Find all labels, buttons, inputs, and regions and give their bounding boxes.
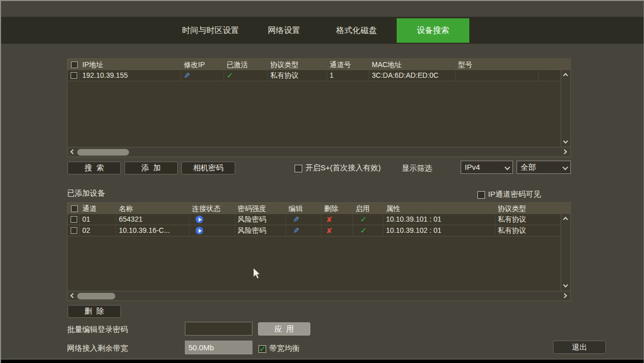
splus-label: 开启S+(首次接入有效) — [305, 163, 381, 172]
scope-select[interactable]: 全部 — [517, 161, 571, 174]
bandwidth-balance-checkbox[interactable] — [259, 345, 266, 353]
search-button[interactable]: 搜 索 — [68, 162, 121, 174]
chevron-down-icon — [562, 164, 568, 170]
tab-format-disk[interactable]: 格式化磁盘 — [321, 17, 392, 44]
ip-channel-password-visible-checkbox[interactable] — [477, 191, 485, 199]
bandwidth-balance-label: 带宽均衡 — [269, 344, 300, 352]
bandwidth-input[interactable] — [185, 341, 252, 354]
edit-ip-icon[interactable]: ✎ — [184, 70, 190, 81]
activated-check-icon: ✓ — [227, 71, 233, 80]
channel-id: 02 — [80, 225, 116, 236]
batch-password-input[interactable] — [185, 322, 252, 336]
camera-password-button[interactable]: 相机密码 — [181, 162, 235, 174]
added-devices-table: 通道 名称 连接状态 密码强度 编辑 删除 启用 属性 协议类型 01 6543… — [67, 202, 571, 301]
mouse-cursor — [253, 267, 261, 280]
device-protocol: 私有协议 — [495, 225, 561, 236]
scroll-down-icon[interactable] — [561, 282, 570, 291]
ip-version-select[interactable]: IPv4 — [461, 161, 513, 174]
device-channel-no: 1 — [327, 70, 369, 81]
bottom-bar — [1, 359, 643, 363]
horizontal-scrollbar[interactable] — [68, 291, 570, 300]
edit-icon[interactable]: ✎ — [293, 225, 300, 236]
select-all-checkbox[interactable] — [71, 205, 78, 212]
col-delete: 删除 — [321, 203, 353, 214]
password-strength: 风险密码 — [235, 225, 286, 236]
splus-checkbox-row: 开启S+(首次接入有效) — [295, 163, 381, 173]
splus-checkbox[interactable] — [295, 165, 302, 172]
scroll-right-icon[interactable] — [561, 147, 570, 157]
added-table-header: 通道 名称 连接状态 密码强度 编辑 删除 启用 属性 协议类型 — [68, 203, 570, 214]
col-channel-no: 通道号 — [327, 59, 369, 70]
device-name: 10.10.39.16-C... — [116, 225, 189, 236]
col-model: 型号 — [456, 59, 539, 70]
tab-bar: 时间与时区设置 网络设置 格式化磁盘 设备搜索 — [1, 17, 644, 44]
scroll-right-icon[interactable] — [561, 291, 570, 300]
batch-edit-password-label: 批量编辑登录密码 — [67, 325, 128, 335]
row-checkbox[interactable] — [71, 216, 77, 223]
col-edit: 编辑 — [286, 203, 321, 214]
col-mac: MAC地址 — [369, 59, 456, 70]
password-strength: 风险密码 — [235, 214, 286, 225]
col-modify-ip: 修改IP — [181, 59, 224, 70]
search-table-header: IP地址 修改IP 已激活 协议类型 通道号 MAC地址 型号 — [68, 59, 570, 70]
table-row[interactable]: 02 10.10.39.16-C... 风险密码 ✎ ✘ ✓ 10.10.39.… — [68, 225, 561, 236]
connection-status-icon[interactable] — [196, 216, 203, 223]
col-strength: 密码强度 — [235, 203, 286, 214]
device-mac: 3C:DA:6D:AD:ED:0C — [369, 70, 456, 81]
scrollbar-thumb[interactable] — [77, 149, 129, 156]
col-protocol: 协议类型 — [268, 59, 327, 70]
edit-icon[interactable]: ✎ — [293, 214, 300, 225]
connection-status-icon[interactable] — [196, 227, 203, 234]
horizontal-scrollbar[interactable] — [68, 147, 570, 157]
col-channel: 通道 — [80, 203, 116, 214]
scroll-left-icon[interactable] — [68, 147, 77, 157]
delete-button[interactable]: 删 除 — [68, 305, 121, 318]
device-attr: 10.10.39.102 : 01 — [383, 225, 495, 236]
scope-value: 全部 — [521, 163, 536, 171]
pwd-visible-row: IP通道密码可见 — [477, 190, 541, 199]
scroll-left-icon[interactable] — [68, 291, 77, 300]
display-filter-label: 显示筛选 — [402, 164, 432, 173]
bandwidth-balance-row: 带宽均衡 — [259, 344, 300, 353]
delete-icon[interactable]: ✘ — [326, 226, 333, 235]
device-search-screen: 时间与时区设置 网络设置 格式化磁盘 设备搜索 IP地址 修改IP 已激活 协议… — [0, 0, 644, 363]
ip-version-value: IPv4 — [465, 163, 480, 171]
enabled-check-icon[interactable]: ✓ — [360, 215, 367, 224]
tab-device-search[interactable]: 设备搜索 — [397, 18, 469, 43]
tab-time-timezone[interactable]: 时间与时区设置 — [174, 17, 247, 44]
apply-button[interactable]: 应 用 — [258, 322, 310, 336]
added-devices-title: 已添加设备 — [67, 189, 105, 198]
add-button[interactable]: 添 加 — [124, 162, 178, 174]
vertical-scrollbar[interactable] — [561, 70, 570, 147]
col-ip: IP地址 — [80, 59, 181, 70]
scroll-down-icon[interactable] — [561, 138, 570, 147]
table-row[interactable]: 01 654321 风险密码 ✎ ✘ ✓ 10.10.39.101 : 01 私… — [68, 214, 561, 225]
row-checkbox[interactable] — [71, 227, 77, 234]
device-protocol: 私有协议 — [495, 214, 561, 225]
table-row[interactable]: 192.10.39.155 ✎ ✓ 私有协议 1 3C:DA:6D:AD:ED:… — [68, 70, 561, 81]
device-attr: 10.10.39.101 : 01 — [383, 214, 495, 225]
scroll-up-icon[interactable] — [561, 214, 570, 223]
chevron-down-icon — [504, 164, 510, 170]
vertical-scrollbar[interactable] — [561, 214, 570, 291]
device-name: 654321 — [116, 214, 189, 225]
col-status: 连接状态 — [189, 203, 235, 214]
scroll-up-icon[interactable] — [561, 70, 570, 79]
exit-button[interactable]: 退出 — [553, 341, 606, 354]
channel-id: 01 — [80, 214, 116, 225]
select-all-checkbox[interactable] — [71, 62, 78, 68]
device-ip: 192.10.39.155 — [80, 70, 181, 81]
tab-network[interactable]: 网络设置 — [248, 17, 319, 44]
device-protocol: 私有协议 — [268, 70, 327, 81]
col-name: 名称 — [116, 203, 189, 214]
col-protocol: 协议类型 — [495, 203, 570, 214]
scrollbar-thumb[interactable] — [77, 293, 115, 299]
enabled-check-icon[interactable]: ✓ — [360, 226, 367, 235]
delete-icon[interactable]: ✘ — [326, 215, 333, 224]
device-model — [456, 70, 539, 81]
remaining-bandwidth-label: 网络接入剩余带宽 — [67, 344, 128, 353]
row-checkbox[interactable] — [71, 72, 77, 79]
col-activated: 已激活 — [224, 59, 268, 70]
pwd-visible-label: IP通道密码可见 — [488, 190, 541, 198]
col-enable: 启用 — [353, 203, 383, 214]
